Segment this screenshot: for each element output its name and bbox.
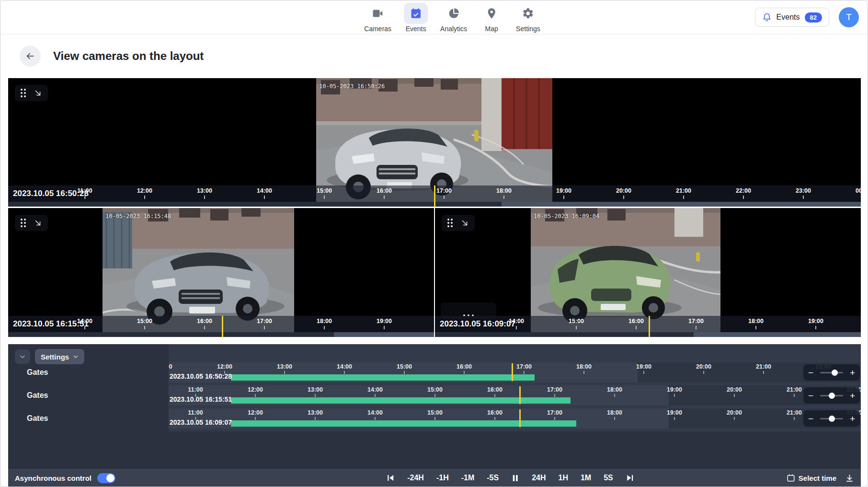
jump-back-1m-button[interactable]: -1M — [461, 474, 475, 482]
timeline-hour-labels: 14:0015:0016:0017:0018:0019:00 — [8, 316, 434, 332]
scrollbar-handle[interactable] — [694, 332, 861, 337]
timeline-row-3[interactable]: 11:0012:0013:0014:0015:0016:0017:0018:00… — [169, 408, 861, 429]
timeline-row-1[interactable]: 11:0012:0013:0014:0015:0016:0017:0018:00… — [169, 362, 861, 383]
select-time-button[interactable]: Select time — [787, 474, 836, 482]
scrollbar-handle[interactable] — [334, 332, 434, 337]
row-timestamp: 2023.10.05 16:09:07 — [170, 418, 232, 426]
nav-analytics-label: Analytics — [440, 25, 467, 33]
camera-video-3[interactable]: 10-05-2023 16:09:04 — [531, 208, 720, 332]
pie-chart-icon — [442, 3, 466, 24]
tile-timeline[interactable]: 2023.10.05 16:09:07 14:0015:0016:0017:00… — [435, 316, 861, 332]
nav-map[interactable]: Map — [480, 3, 503, 33]
jump-forward-5s-button[interactable]: 5S — [604, 474, 613, 482]
events-button-label: Events — [777, 13, 800, 22]
expand-icon[interactable] — [34, 219, 42, 227]
calendar-icon — [787, 474, 795, 482]
timeline-scrollbar[interactable] — [8, 332, 434, 337]
drag-handle-icon[interactable] — [21, 219, 26, 227]
main-nav: Cameras Events Analytics Map — [364, 3, 540, 33]
camera-tile-2[interactable]: 10-05-2023 16:15:48 2023.10.05 16:15:51 … — [8, 208, 434, 337]
events-notifications-button[interactable]: Events 82 — [755, 8, 829, 27]
events-count-badge: 82 — [805, 12, 822, 23]
collapse-panel-button[interactable] — [15, 349, 30, 364]
camera-list-item-3[interactable]: Gates — [27, 408, 48, 429]
camera-tile-1[interactable]: 10-05-2023 16:50:26 2023.10.05 16:50:28 … — [8, 78, 861, 207]
topbar-right: Events 82 T — [755, 0, 859, 34]
jump-back-1h-button[interactable]: -1H — [436, 474, 449, 482]
download-icon[interactable] — [845, 474, 854, 483]
timeline-hour-labels: 14:0015:0016:0017:0018:0019:00 — [435, 316, 861, 332]
jump-back-5s-button[interactable]: -5S — [487, 474, 499, 482]
nav-cameras-label: Cameras — [364, 25, 391, 33]
tile-controls — [442, 215, 475, 231]
camera-list-item-1[interactable]: Gates — [27, 362, 48, 383]
panel-sidebar-header: Settings — [8, 344, 169, 364]
video-osd-timestamp: 10-05-2023 16:50:26 — [319, 83, 385, 90]
nav-cameras[interactable]: Cameras — [364, 3, 391, 33]
jump-forward-24h-button[interactable]: 24H — [532, 474, 546, 482]
camera-list-item-2[interactable]: Gates — [27, 385, 48, 406]
nav-settings[interactable]: Settings — [516, 3, 540, 33]
tile-controls — [15, 85, 48, 101]
camera-video-1[interactable]: 10-05-2023 16:50:26 — [316, 78, 552, 202]
jump-forward-1m-button[interactable]: 1M — [581, 474, 591, 482]
camera-tile-3[interactable]: 10-05-2023 16:09:04 2023.10.05 16:09:07 … — [435, 208, 861, 337]
calendar-check-icon — [404, 3, 428, 24]
timeline-scrollbar[interactable] — [435, 332, 861, 337]
zoom-slider-knob[interactable] — [829, 416, 835, 422]
zoom-in-button[interactable]: + — [850, 368, 855, 377]
zoom-out-button[interactable]: − — [808, 414, 813, 423]
timeline-row-2[interactable]: 11:0012:0013:0014:0015:0016:0017:0018:00… — [169, 385, 861, 406]
zoom-slider[interactable] — [820, 395, 843, 396]
zoom-slider[interactable] — [820, 418, 843, 419]
page-title: View cameras on the layout — [53, 49, 204, 63]
user-avatar[interactable]: T — [839, 7, 859, 27]
playback-control-bar: Asynchronous control -24H -1H -1M -5S 24… — [8, 469, 861, 487]
scrollbar-handle[interactable] — [502, 202, 861, 207]
nav-map-label: Map — [485, 25, 498, 33]
recording-bar — [231, 420, 576, 427]
drag-handle-icon[interactable] — [447, 219, 453, 227]
async-control: Asynchronous control — [15, 469, 115, 487]
gear-icon — [516, 3, 540, 24]
archive-panel: Settings Gates Gates Gates 11:0012:0013:… — [8, 344, 861, 469]
playhead — [649, 316, 650, 337]
pause-button[interactable] — [511, 474, 519, 483]
toggle-knob — [106, 474, 114, 482]
row-timestamp: 2023.10.05 16:15:51 — [170, 395, 232, 403]
jump-back-24h-button[interactable]: -24H — [407, 474, 424, 482]
zoom-slider[interactable] — [820, 372, 843, 373]
skip-to-start-button[interactable] — [386, 474, 395, 482]
nav-analytics[interactable]: Analytics — [440, 3, 467, 33]
jump-forward-1h-button[interactable]: 1H — [559, 474, 568, 482]
nav-events[interactable]: Events — [404, 3, 428, 33]
panel-settings-label: Settings — [41, 353, 69, 361]
panel-timelines: 11:0012:0013:0014:0015:0016:0017:0018:00… — [169, 344, 861, 431]
async-control-toggle[interactable] — [97, 473, 115, 483]
back-button[interactable] — [20, 46, 41, 67]
tile-controls — [15, 215, 48, 231]
camera-video-2[interactable]: 10-05-2023 16:15:48 — [103, 208, 294, 332]
row-timestamp: 2023.10.05 16:50:28 — [170, 372, 232, 380]
chevron-down-icon — [73, 354, 79, 359]
top-bar: Cameras Events Analytics Map — [0, 0, 868, 35]
playback-buttons: -24H -1H -1M -5S 24H 1H 1M 5S — [386, 469, 634, 487]
zoom-out-button[interactable]: − — [808, 368, 813, 377]
video-osd-timestamp: 10-05-2023 16:09:04 — [534, 213, 599, 220]
select-time-label: Select time — [799, 474, 836, 482]
recording-bar — [231, 374, 535, 381]
zoom-in-button[interactable]: + — [850, 414, 855, 423]
expand-icon[interactable] — [34, 89, 42, 97]
expand-icon[interactable] — [460, 219, 469, 227]
zoom-in-button[interactable]: + — [850, 391, 855, 400]
timeline-zoom-control: − + — [803, 387, 860, 404]
timeline-zoom-control: − + — [803, 410, 860, 427]
playhead — [434, 186, 435, 207]
skip-to-end-button[interactable] — [626, 474, 634, 482]
zoom-slider-knob[interactable] — [829, 393, 835, 399]
zoom-out-button[interactable]: − — [808, 391, 813, 400]
async-control-label: Asynchronous control — [15, 474, 91, 482]
drag-handle-icon[interactable] — [21, 89, 26, 97]
zoom-slider-knob[interactable] — [832, 370, 838, 376]
tile-timeline[interactable]: 2023.10.05 16:15:51 14:0015:0016:0017:00… — [8, 316, 434, 332]
